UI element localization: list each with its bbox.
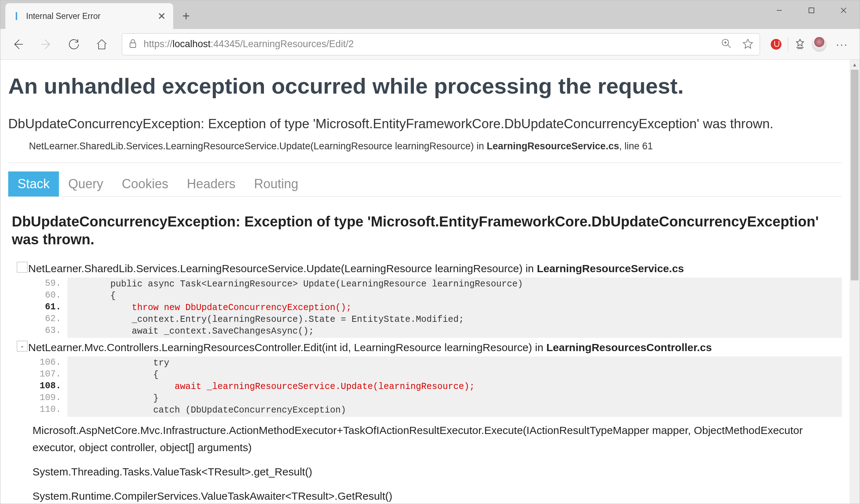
svg-line-8 xyxy=(728,45,731,48)
plain-stack-frames: Microsoft.AspNetCore.Mvc.Infrastructure.… xyxy=(8,418,842,504)
code-block: 59.60.61.62.63. public async Task<Learni… xyxy=(28,278,842,338)
favorites-list-icon[interactable] xyxy=(795,38,805,50)
error-location: NetLearner.SharedLib.Services.LearningRe… xyxy=(8,136,842,163)
url-text: https://localhost:44345/LearningResource… xyxy=(144,39,354,50)
favicon-icon xyxy=(12,11,21,21)
close-window-button[interactable] xyxy=(828,0,860,20)
diagnostic-tabs: Stack Query Cookies Headers Routing xyxy=(8,171,842,197)
error-location-file: LearningResourceService.cs xyxy=(487,141,619,151)
back-button[interactable] xyxy=(5,31,31,57)
favorite-icon[interactable] xyxy=(742,38,753,50)
frame-toggle-button[interactable]: - xyxy=(17,341,28,351)
window-controls xyxy=(763,0,860,20)
new-tab-button[interactable]: + xyxy=(176,6,196,26)
close-tab-icon[interactable]: ✕ xyxy=(156,10,167,22)
browser-window: Internal Server Error ✕ + xyxy=(0,0,860,504)
tab-title: Internal Server Error xyxy=(26,11,151,21)
refresh-button[interactable] xyxy=(61,31,87,57)
svg-rect-6 xyxy=(130,43,136,48)
maximize-button[interactable] xyxy=(795,0,828,20)
scroll-thumb[interactable] xyxy=(851,70,859,280)
page-content: An unhandled exception occurred while pr… xyxy=(0,60,850,504)
stack-frame: NetLearner.SharedLib.Services.LearningRe… xyxy=(8,260,842,338)
more-menu-icon[interactable]: ··· xyxy=(833,38,851,50)
stack-frame-plain[interactable]: System.Threading.Tasks.ValueTask<TResult… xyxy=(32,460,842,484)
browser-tab[interactable]: Internal Server Error ✕ xyxy=(5,3,173,29)
tab-query[interactable]: Query xyxy=(59,171,112,196)
stack-frame: -NetLearner.Mvc.Controllers.LearningReso… xyxy=(8,339,842,417)
url-port: :44345 xyxy=(211,39,240,49)
address-bar-actions xyxy=(721,38,753,50)
error-location-post: , line 61 xyxy=(619,141,653,151)
extension-icon[interactable] xyxy=(771,39,781,50)
home-button[interactable] xyxy=(89,31,115,57)
profile-avatar[interactable] xyxy=(812,37,827,52)
scrollbar[interactable]: ▲ xyxy=(850,60,860,504)
error-heading: An unhandled exception occurred while pr… xyxy=(8,73,842,99)
url-host: localhost xyxy=(172,39,211,49)
url-scheme: https:// xyxy=(144,39,172,49)
code-block: 106.107.108.109.110. try { await _learni… xyxy=(28,356,842,417)
content-area: An unhandled exception occurred while pr… xyxy=(0,60,860,504)
lock-icon xyxy=(129,39,137,50)
tab-routing[interactable]: Routing xyxy=(245,171,308,196)
zoom-icon[interactable] xyxy=(721,38,732,50)
toolbar: https://localhost:44345/LearningResource… xyxy=(0,29,860,60)
titlebar: Internal Server Error ✕ + xyxy=(0,0,860,29)
scroll-up-icon[interactable]: ▲ xyxy=(850,60,860,70)
tab-cookies[interactable]: Cookies xyxy=(112,171,178,196)
error-location-pre: NetLearner.SharedLib.Services.LearningRe… xyxy=(29,141,487,151)
forward-button[interactable] xyxy=(33,31,59,57)
minimize-button[interactable] xyxy=(763,0,795,20)
address-bar[interactable]: https://localhost:44345/LearningResource… xyxy=(122,33,760,55)
tab-stack[interactable]: Stack xyxy=(8,171,59,196)
divider xyxy=(788,37,788,51)
error-subheading: DbUpdateConcurrencyException: Exception … xyxy=(8,116,842,131)
tab-headers[interactable]: Headers xyxy=(178,171,245,196)
toolbar-right: ··· xyxy=(767,37,855,52)
exception-heading: DbUpdateConcurrencyException: Exception … xyxy=(12,213,842,248)
url-path: /LearningResources/Edit/2 xyxy=(240,39,354,49)
stack-frames: NetLearner.SharedLib.Services.LearningRe… xyxy=(8,260,842,417)
frame-toggle-button[interactable] xyxy=(17,262,28,273)
frame-header[interactable]: NetLearner.SharedLib.Services.LearningRe… xyxy=(28,260,842,277)
stack-frame-plain[interactable]: System.Runtime.CompilerServices.ValueTas… xyxy=(32,484,842,504)
frame-header[interactable]: NetLearner.Mvc.Controllers.LearningResou… xyxy=(28,339,842,356)
stack-frame-plain[interactable]: Microsoft.AspNetCore.Mvc.Infrastructure.… xyxy=(32,418,842,460)
svg-rect-1 xyxy=(809,8,814,13)
